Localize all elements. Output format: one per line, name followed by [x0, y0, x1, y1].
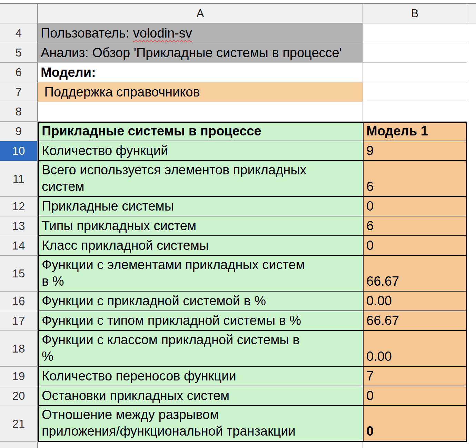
row-header-5[interactable]: 5: [0, 43, 38, 63]
cell-text: 0: [366, 198, 374, 215]
cell-A18[interactable]: Функции с классом прикладной системы в %: [38, 331, 363, 367]
row-header-12[interactable]: 12: [0, 197, 38, 216]
row-header-22[interactable]: [0, 442, 38, 448]
cell-text: 7: [366, 368, 374, 385]
cell-text: Функции с прикладной системой в %: [42, 293, 266, 309]
cell-A20[interactable]: Остановки прикладных систем: [38, 386, 363, 406]
row-17: 17Функции с типом прикладной системы в %…: [0, 311, 476, 331]
cell-text: 66.67: [366, 313, 399, 329]
row-header-9[interactable]: 9: [0, 122, 38, 141]
cell-B18[interactable]: 0.00: [363, 331, 467, 367]
cell-A16[interactable]: Функции с прикладной системой в %: [38, 292, 363, 311]
cell-A5[interactable]: Анализ: Обзор 'Прикладные системы в проц…: [38, 43, 363, 63]
cell-A12[interactable]: Прикладные системы: [38, 197, 363, 216]
row-filler: [467, 367, 476, 386]
row-filler: [467, 141, 476, 161]
row-header-16[interactable]: 16: [0, 292, 38, 311]
cell-A8[interactable]: [38, 102, 363, 122]
row-18: 18Функции с классом прикладной системы в…: [0, 331, 476, 367]
row-9: 9Прикладные системы в процессеМодель 1: [0, 122, 476, 141]
cell-A19[interactable]: Количество переносов функции: [38, 367, 363, 386]
cell-A14[interactable]: Класс прикладной системы: [38, 236, 363, 256]
row-header-7[interactable]: 7: [0, 82, 38, 102]
cell-A15[interactable]: Функции с элементами прикладных систем в…: [38, 256, 363, 292]
cell-B12[interactable]: 0: [363, 197, 467, 216]
cell-B20[interactable]: 0: [363, 386, 467, 406]
cell-A9[interactable]: Прикладные системы в процессе: [38, 122, 363, 141]
cell-text: Типы прикладных систем: [42, 218, 196, 234]
row-header-4[interactable]: 4: [0, 23, 38, 43]
cell-B5[interactable]: [363, 43, 467, 63]
cell-B6[interactable]: [363, 63, 467, 82]
row-filler: [467, 311, 476, 331]
cell-B9[interactable]: Модель 1: [363, 122, 467, 141]
cell-text: Количество функций: [42, 143, 168, 159]
cell-text: Отношение между разрывом приложения/функ…: [42, 407, 296, 440]
cell-B4[interactable]: [363, 23, 467, 43]
cell-text: Класс прикладной системы: [42, 237, 209, 254]
cell-text: Всего используется элементов прикладных …: [42, 162, 307, 195]
column-header-row: A B: [0, 4, 476, 23]
cell-B10[interactable]: 9: [363, 141, 467, 161]
cell-text: Поддержка справочников: [41, 84, 200, 101]
row-header-20[interactable]: 20: [0, 386, 38, 406]
row-header-19[interactable]: 19: [0, 367, 38, 386]
column-header-b[interactable]: B: [363, 4, 467, 23]
row-filler: [467, 386, 476, 406]
cell-B19[interactable]: 7: [363, 367, 467, 386]
cell-B21[interactable]: 0: [363, 406, 467, 442]
row-12: 12Прикладные системы0: [0, 197, 476, 216]
row-10: 10Количество функций9: [0, 141, 476, 161]
row-header-15[interactable]: 15: [0, 256, 38, 292]
cell-text: Модель 1: [366, 123, 428, 140]
row-filler: [467, 161, 476, 197]
row-14: 14Класс прикладной системы0: [0, 236, 476, 256]
row-filler: [467, 82, 476, 102]
row-filler: [467, 102, 476, 122]
row-header-17[interactable]: 17: [0, 311, 38, 331]
cell-A21[interactable]: Отношение между разрывом приложения/функ…: [38, 406, 363, 442]
misspelled-word: volodin-sv: [133, 26, 192, 40]
cell-A10[interactable]: Количество функций: [38, 141, 363, 161]
cell-A13[interactable]: Типы прикладных систем: [38, 216, 363, 236]
cell-A22[interactable]: [38, 442, 363, 448]
row-header-6[interactable]: 6: [0, 63, 38, 82]
row-header-8[interactable]: 8: [0, 102, 38, 122]
row-filler: [467, 197, 476, 216]
row-filler: [467, 23, 476, 43]
cell-text: 66.67: [366, 273, 399, 290]
cell-text: 0: [366, 423, 374, 440]
toolbar-bottom-edge: [0, 0, 476, 4]
cell-B22[interactable]: [363, 442, 467, 448]
cell-B7[interactable]: [363, 82, 467, 102]
cell-B16[interactable]: 0.00: [363, 292, 467, 311]
row-header-10[interactable]: 10: [0, 141, 38, 161]
row-header-11[interactable]: 11: [0, 161, 38, 197]
cell-text: Пользователь: volodin-sv: [41, 25, 192, 42]
cell-A17[interactable]: Функции с типом прикладной системы в %: [38, 311, 363, 331]
cell-B15[interactable]: 66.67: [363, 256, 467, 292]
row-16: 16Функции с прикладной системой в %0.00: [0, 292, 476, 311]
cell-B8[interactable]: [363, 102, 467, 122]
row-header-21[interactable]: 21: [0, 406, 38, 442]
cell-text: 6: [366, 218, 374, 234]
row-header-13[interactable]: 13: [0, 216, 38, 236]
row-header-14[interactable]: 14: [0, 236, 38, 256]
cell-B14[interactable]: 0: [363, 236, 467, 256]
cell-B13[interactable]: 6: [363, 216, 467, 236]
select-all-corner[interactable]: [0, 4, 38, 23]
row-header-18[interactable]: 18: [0, 331, 38, 367]
row-filler: [467, 406, 476, 442]
cell-A7[interactable]: Поддержка справочников: [38, 82, 363, 102]
cell-A11[interactable]: Всего используется элементов прикладных …: [38, 161, 363, 197]
cell-text: Количество переносов функции: [42, 368, 236, 385]
cell-B17[interactable]: 66.67: [363, 311, 467, 331]
row-filler: [467, 63, 476, 82]
column-header-a[interactable]: A: [38, 4, 363, 23]
row-filler: [467, 442, 476, 448]
cell-A6[interactable]: Модели:: [38, 63, 363, 82]
cell-A4[interactable]: Пользователь: volodin-sv: [38, 23, 363, 43]
cell-B11[interactable]: 6: [363, 161, 467, 197]
cell-text: Прикладные системы: [42, 198, 174, 215]
cell-text: Модели:: [41, 64, 96, 81]
